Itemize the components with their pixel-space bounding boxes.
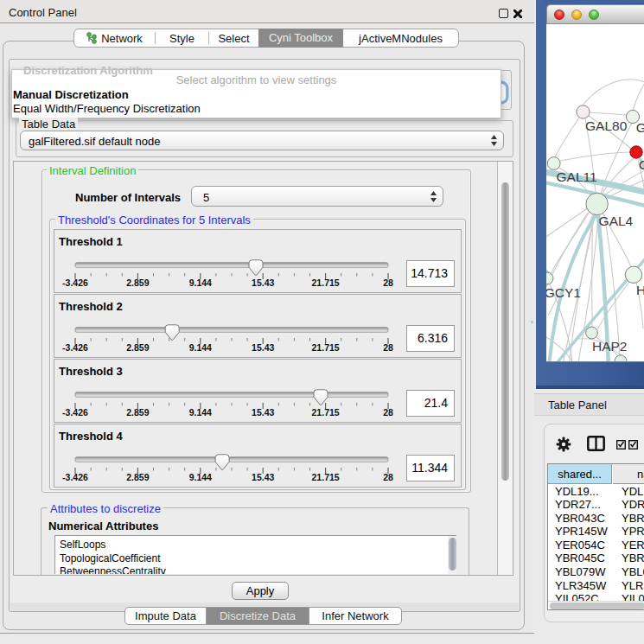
svg-text:2.859: 2.859 (126, 472, 149, 482)
svg-text:28: 28 (383, 342, 393, 353)
svg-text:28: 28 (383, 277, 393, 288)
svg-text:15.43: 15.43 (252, 277, 274, 288)
svg-text:15.43: 15.43 (252, 342, 274, 353)
svg-text:-3.426: -3.426 (62, 472, 88, 482)
svg-text:G.: G. (636, 120, 644, 135)
svg-text:GAL80: GAL80 (585, 118, 628, 133)
svg-text:H: H (636, 283, 644, 297)
svg-text:-3.426: -3.426 (62, 342, 88, 353)
svg-text:2.859: 2.859 (126, 342, 149, 353)
svg-text:-3.426: -3.426 (62, 407, 88, 418)
svg-text:GAL4: GAL4 (599, 214, 634, 228)
svg-text:HAP2: HAP2 (592, 339, 628, 354)
svg-text:C: C (639, 157, 644, 172)
svg-text:15.43: 15.43 (252, 407, 274, 418)
svg-text:28: 28 (383, 472, 393, 482)
svg-text:21.715: 21.715 (312, 407, 340, 418)
svg-text:21.715: 21.715 (312, 472, 340, 482)
svg-text:9.144: 9.144 (189, 277, 212, 288)
svg-text:28: 28 (383, 407, 393, 418)
svg-text:2.859: 2.859 (126, 277, 149, 288)
svg-text:15.43: 15.43 (252, 472, 274, 482)
svg-text:2.859: 2.859 (126, 407, 149, 418)
svg-text:21.715: 21.715 (312, 277, 340, 288)
svg-text:9.144: 9.144 (189, 342, 212, 353)
svg-text:-3.426: -3.426 (62, 277, 88, 288)
svg-text:21.715: 21.715 (312, 342, 340, 353)
svg-text:GCY1: GCY1 (546, 285, 581, 300)
svg-text:9.144: 9.144 (189, 472, 212, 482)
svg-text:GAL11: GAL11 (557, 169, 597, 184)
svg-text:9.144: 9.144 (189, 407, 212, 418)
